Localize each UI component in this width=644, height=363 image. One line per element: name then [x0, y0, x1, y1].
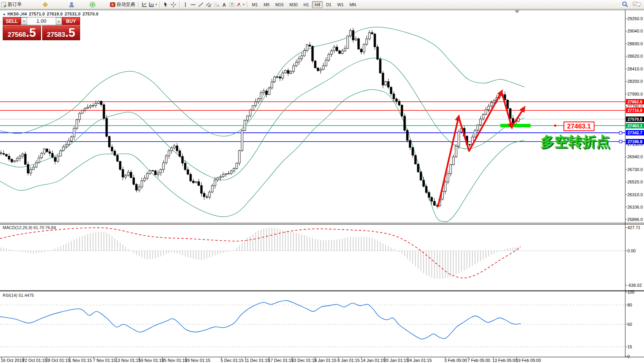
date-axis-label: 7 Feb 05:00 — [468, 358, 490, 363]
buy-price-display[interactable]: 27583 .5 — [42, 26, 80, 40]
volume-input[interactable] — [27, 17, 56, 25]
date-axis-label: 28 Oct 01:15 — [46, 358, 70, 363]
horizontal-level-lines — [0, 102, 625, 143]
volume-decrease-button[interactable]: ▼ — [21, 17, 27, 25]
volume-stepper: ▼ ▲ — [21, 17, 62, 25]
sell-button[interactable]: SELL — [3, 17, 21, 25]
buy-price-main: 27583 — [47, 27, 65, 42]
date-axis-label: 3 Feb 05:00 — [444, 358, 467, 363]
turning-point-annotation: 多空转折点 — [540, 132, 610, 151]
dropdown-arrow-icon: ▼ — [155, 3, 158, 6]
date-axis-label: 13 Feb 05:00 — [492, 358, 517, 363]
ohlc-open: 27571.0 — [29, 12, 45, 16]
macd-scale-label: 0.00 — [627, 248, 635, 253]
macd-scale-label: -636.02 — [627, 283, 642, 288]
equidistant-channel-tool-button[interactable]: E — [205, 1, 212, 9]
horizontal-line-tool-button[interactable] — [189, 1, 197, 9]
date-axis-label: 17 Dec 01:15 — [268, 358, 293, 363]
date-axis-label: 16 Oct 2019 — [1, 358, 24, 363]
timeframe-h4[interactable]: H4 — [312, 1, 323, 8]
rsi-scale-label: 80 — [627, 303, 632, 307]
rsi-scale-label: 15 — [627, 344, 632, 349]
symbol-ohlc-header: ▲HK50-,H427571.027619.027531.027570.0 — [3, 12, 100, 16]
date-axis-label: 8 Jan 01:15 — [337, 358, 360, 363]
arrows-tool-button[interactable]: ▼ — [236, 1, 245, 9]
trendline-icon — [198, 2, 204, 8]
chart-canvas — [0, 0, 644, 363]
autotrading-icon — [110, 2, 116, 8]
timeframe-mn[interactable]: MN — [347, 1, 359, 8]
profile-button[interactable] — [68, 1, 75, 9]
autotrading-label: 自动交易 — [116, 1, 135, 8]
new-order-icon — [1, 2, 7, 8]
date-axis-label: 14 Jan 01:15 — [361, 358, 385, 363]
crosshair-tool-button[interactable] — [170, 1, 177, 9]
svg-text:A: A — [223, 2, 226, 7]
search-icon[interactable] — [622, 1, 629, 8]
timeframe-d1[interactable]: D1 — [323, 1, 334, 8]
toolbar: 新订单 自动 — [0, 0, 644, 9]
toolbar-separator — [179, 2, 180, 8]
dropdown-arrow-icon: ▼ — [242, 3, 245, 6]
macd-indicator-label: MACD(12,26,9) 61.70 76.84 — [3, 225, 56, 230]
arrows-icon — [236, 2, 242, 8]
price-scale-label: 28410.0 — [627, 67, 643, 71]
date-axis-label: 23 Dec 01:15 — [291, 358, 317, 363]
signal-icon — [89, 2, 96, 8]
vertical-line-tool-button[interactable] — [182, 1, 189, 9]
price-scale-label: 26940.0 — [627, 154, 643, 159]
price-scale-badge: 27570.0 — [626, 116, 644, 122]
chart-templates-icon — [141, 2, 147, 8]
ohlc-high: 27619.0 — [47, 12, 63, 16]
new-order-button[interactable]: 新订单 — [1, 1, 23, 9]
date-axis-label: 7 Nov 01:15 — [93, 358, 116, 363]
collapse-triangle-icon[interactable]: ▲ — [3, 12, 6, 16]
sell-price-main: 27568 — [8, 27, 26, 42]
svg-text:E: E — [209, 5, 211, 7]
chart-templates-button[interactable] — [140, 1, 148, 9]
price-scale-badge: 27463.1 — [626, 123, 644, 128]
cursor-tool-button[interactable] — [162, 1, 170, 9]
price-scale-badge: 27342.7 — [626, 130, 644, 135]
trendline-tool-button[interactable] — [197, 1, 205, 9]
toolbar-right-icons — [622, 1, 641, 8]
timeframe-m5[interactable]: M5 — [261, 1, 272, 8]
text-label-tool-button[interactable]: T — [228, 1, 236, 9]
market-watch-button[interactable] — [41, 1, 49, 9]
chat-icon[interactable] — [632, 1, 641, 8]
rsi-indicator-label: RSI(14) 51.4475 — [3, 293, 34, 298]
market-watch-icon — [42, 2, 48, 8]
timeframe-switcher: M1M5M15M30H1H4D1W1MN — [249, 1, 359, 8]
signal-button[interactable] — [89, 1, 96, 9]
buy-button[interactable]: BUY — [62, 17, 80, 25]
autotrading-button[interactable]: 自动交易 — [110, 1, 136, 9]
date-axis-label: 2 Jan 01:15 — [314, 358, 337, 363]
ohlc-low: 27531.0 — [65, 12, 80, 16]
timeframe-m30[interactable]: M30 — [287, 1, 300, 8]
date-axis-label: 13 Nov 01:15 — [115, 358, 140, 363]
rsi-scale-label: 50 — [627, 322, 632, 327]
timeframe-h1[interactable]: H1 — [301, 1, 312, 8]
rsi-scale-label: 0 — [627, 354, 630, 359]
price-scale-label: 26106.0 — [627, 205, 643, 209]
volume-increase-button[interactable]: ▲ — [56, 17, 62, 25]
fibonacci-tool-button[interactable]: F — [212, 1, 220, 9]
date-axis-label: 20 Jan 01:15 — [384, 358, 409, 363]
text-icon: A — [221, 2, 227, 8]
sell-price-display[interactable]: 27568 .5 — [3, 26, 41, 40]
timeframe-w1[interactable]: W1 — [334, 1, 346, 8]
price-scale-label: 25896.0 — [627, 217, 643, 222]
timeframe-m15[interactable]: M15 — [272, 1, 286, 8]
price-scale-badge: 27862.6 — [626, 99, 644, 104]
text-tool-button[interactable]: A — [220, 1, 228, 9]
ohlc-close: 27570.0 — [82, 12, 98, 16]
symbol-name: HK50-,H4 — [7, 12, 27, 16]
timeframe-m1[interactable]: M1 — [249, 1, 260, 8]
date-axis-label: 25 Nov 01:15 — [162, 358, 187, 363]
price-scale-label: 29040.0 — [627, 29, 643, 33]
date-axis-label: 24 Jan 01:15 — [407, 358, 432, 363]
horizontal-line-icon — [190, 2, 196, 8]
indicator-list-button[interactable]: ▼ — [148, 1, 158, 9]
price-level-callout[interactable]: 27463.1 — [564, 122, 594, 131]
indicator-list-icon — [148, 2, 154, 8]
